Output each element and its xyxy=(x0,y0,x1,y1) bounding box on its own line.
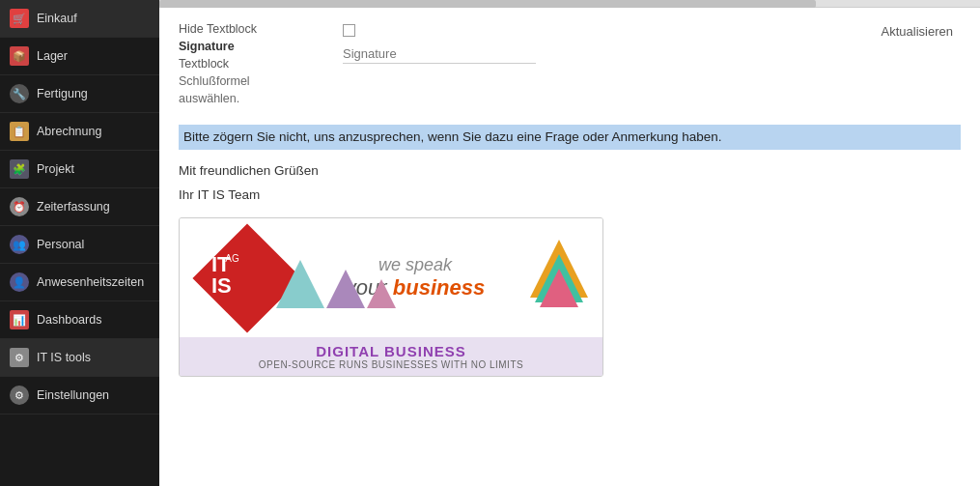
highlighted-text: Bitte zögern Sie nicht, uns anzusprechen… xyxy=(179,125,961,150)
sidebar: 🛒 Einkauf 📦 Lager 🔧 Fertigung 📋 Abrechnu… xyxy=(0,0,159,486)
zeiterfassung-icon: ⏰ xyxy=(10,197,29,216)
sidebar-label-einstellungen: Einstellungen xyxy=(37,388,109,402)
opensource-text: OPEN-SOURCE RUNS BUSINESSES WITH NO LIMI… xyxy=(189,359,593,370)
content-area: Hide Textblock Signature Textblock Schlu… xyxy=(159,8,980,486)
banner-main: IT IS AG we speak your business xyxy=(180,218,602,337)
hide-textblock-label: Hide Textblock xyxy=(179,22,328,36)
sidebar-item-fertigung[interactable]: 🔧 Fertigung xyxy=(0,75,159,113)
sidebar-label-abrechnung: Abrechnung xyxy=(37,125,101,138)
auswahlen-label: auswählen. xyxy=(179,92,328,105)
right-decoration xyxy=(530,230,588,327)
logo-ag: AG xyxy=(225,254,238,264)
dashboards-icon: 📊 xyxy=(10,310,29,329)
logo-is: IS xyxy=(211,273,232,298)
banner-bottom: DIGITAL BUSINESS OPEN-SOURCE RUNS BUSINE… xyxy=(180,337,602,376)
form-row: Hide Textblock Signature Textblock Schlu… xyxy=(179,22,961,105)
form-labels: Hide Textblock Signature Textblock Schlu… xyxy=(179,22,328,105)
mountain-1 xyxy=(276,260,324,308)
sidebar-label-itistools: IT IS tools xyxy=(37,351,91,364)
sidebar-item-abrechnung[interactable]: 📋 Abrechnung xyxy=(0,113,159,151)
digital-business-text: DIGITAL BUSINESS xyxy=(189,343,593,359)
einkauf-icon: 🛒 xyxy=(10,9,29,28)
anwesenheit-icon: 👤 xyxy=(10,272,29,292)
fertigung-icon: 🔧 xyxy=(10,84,29,103)
banner-business: business xyxy=(393,275,485,300)
sidebar-label-lager: Lager xyxy=(37,49,68,63)
sidebar-label-zeiterfassung: Zeiterfassung xyxy=(37,200,110,214)
sidebar-label-fertigung: Fertigung xyxy=(37,87,88,100)
company-banner: IT IS AG we speak your business xyxy=(179,217,603,377)
lager-icon: 📦 xyxy=(10,46,29,66)
sidebar-item-zeiterfassung[interactable]: ⏰ Zeiterfassung xyxy=(0,188,159,226)
abrechnung-icon: 📋 xyxy=(10,122,29,141)
sidebar-item-itistools[interactable]: ⚙ IT IS tools xyxy=(0,339,159,377)
personal-icon: 👥 xyxy=(10,235,29,254)
signature-label: Signature xyxy=(179,40,328,53)
sidebar-item-anwesenheitszeiten[interactable]: 👤 Anwesenheitszeiten xyxy=(0,264,159,301)
sidebar-label-personal: Personal xyxy=(37,238,84,251)
form-controls xyxy=(343,22,536,64)
sidebar-label-dashboards: Dashboards xyxy=(37,313,101,327)
textblock-label: Textblock xyxy=(179,57,328,71)
sidebar-label-einkauf: Einkauf xyxy=(37,12,77,25)
sidebar-label-anwesenheitszeiten: Anwesenheitszeiten xyxy=(37,275,144,289)
projekt-icon: 🧩 xyxy=(10,159,29,179)
main-content: Hide Textblock Signature Textblock Schlu… xyxy=(159,0,980,486)
mountain-2 xyxy=(326,270,365,308)
greeting-text: Mit freundlichen Grüßen xyxy=(179,163,961,178)
aktualisieren-button[interactable]: Aktualisieren xyxy=(874,22,961,41)
sidebar-label-projekt: Projekt xyxy=(37,162,74,176)
mountain-3 xyxy=(367,279,396,308)
sidebar-item-einstellungen[interactable]: ⚙ Einstellungen xyxy=(0,377,159,415)
hide-textblock-checkbox[interactable] xyxy=(343,24,355,37)
scrollbar-track xyxy=(159,0,816,8)
team-text: Ihr IT IS Team xyxy=(179,187,961,202)
tri-pink xyxy=(540,269,578,307)
sidebar-item-einkauf[interactable]: 🛒 Einkauf xyxy=(0,0,159,38)
sidebar-item-dashboards[interactable]: 📊 Dashboards xyxy=(0,301,159,339)
itistools-icon: ⚙ xyxy=(10,348,29,367)
sidebar-item-projekt[interactable]: 🧩 Projekt xyxy=(0,151,159,188)
logo-text: IT IS AG xyxy=(211,254,232,297)
schlussformel-label: Schlußformel xyxy=(179,74,328,88)
signature-input[interactable] xyxy=(343,44,536,64)
scrollbar[interactable] xyxy=(159,0,980,8)
sidebar-item-personal[interactable]: 👥 Personal xyxy=(0,226,159,264)
mountains-decoration xyxy=(276,260,396,308)
sidebar-item-lager[interactable]: 📦 Lager xyxy=(0,38,159,75)
einstellungen-icon: ⚙ xyxy=(10,386,29,405)
